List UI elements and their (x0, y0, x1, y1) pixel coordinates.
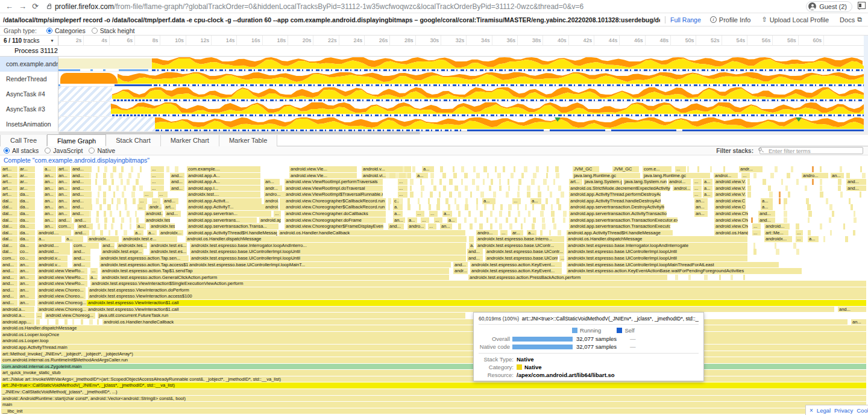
flame-block[interactable]: android.app.ActivityThread$H.handleMessa… (187, 230, 277, 236)
flame-block[interactable] (47, 319, 49, 325)
flame-block[interactable]: android.v... (37, 255, 68, 261)
flame-block[interactable] (403, 166, 404, 172)
flame-block[interactable]: android.view.Choreog... (37, 300, 88, 306)
flame-block[interactable] (107, 204, 111, 210)
flame-block[interactable] (436, 204, 440, 210)
flame-block[interactable] (465, 186, 468, 192)
flame-block[interactable]: android.view.ViewRo... (37, 268, 87, 274)
flame-block[interactable] (89, 192, 92, 198)
flame-block[interactable] (104, 223, 107, 229)
flame-block[interactable]: a... (136, 223, 146, 229)
flame-block[interactable] (175, 166, 178, 172)
flame-block[interactable]: androidx.test.espresso.action.GeneralCli… (101, 275, 449, 281)
flame-block[interactable] (464, 217, 467, 223)
flame-block[interactable]: android.view.Choreographer$CallbackRecor… (285, 198, 386, 204)
flame-block[interactable] (787, 173, 790, 179)
flame-block[interactable] (723, 166, 725, 172)
flame-block[interactable] (89, 186, 91, 192)
flame-block[interactable]: androidx.test.espresso.base.UiContr... (476, 243, 564, 249)
flame-block[interactable] (784, 204, 785, 210)
flame-block[interactable] (508, 211, 511, 217)
flame-block[interactable] (433, 186, 436, 192)
flame-block[interactable] (108, 186, 111, 192)
flame-block[interactable]: android... (764, 223, 790, 229)
flame-block[interactable]: an... (393, 217, 405, 223)
flame-block[interactable]: androidx.test.espresso.action.PressBackA… (468, 275, 667, 281)
flame-block[interactable] (480, 211, 483, 217)
flame-block[interactable]: an... (19, 287, 35, 293)
flame-block[interactable] (518, 211, 520, 217)
flame-block[interactable] (487, 173, 489, 179)
flame-block[interactable]: android.os.Handle... (714, 230, 748, 236)
flame-block[interactable] (546, 198, 548, 204)
flame-block[interactable]: androidx.test.espresso.base.UiController… (190, 249, 466, 255)
flame-block[interactable]: an... (440, 223, 452, 229)
flame-block[interactable] (849, 198, 851, 204)
flame-block[interactable] (100, 230, 103, 236)
flame-block[interactable] (112, 217, 115, 223)
flame-block[interactable]: an... (43, 204, 56, 210)
flame-block[interactable]: android.app.servertrans... (187, 217, 257, 223)
flame-block[interactable]: an... (43, 198, 56, 204)
full-range-button[interactable]: Full Range (670, 16, 701, 23)
flame-block[interactable]: and... (71, 179, 89, 185)
flame-block[interactable] (388, 204, 390, 210)
flame-block[interactable]: andro... (407, 223, 426, 229)
flame-block[interactable] (410, 192, 414, 198)
flame-block[interactable]: java.lang.Runtime.gc (573, 173, 640, 179)
flame-block[interactable]: ... (500, 230, 508, 236)
flame-block[interactable]: an... (43, 217, 56, 223)
flame-block[interactable] (128, 173, 131, 179)
flame-block[interactable] (81, 319, 83, 325)
flame-block[interactable] (731, 275, 733, 281)
flame-block[interactable]: an... (694, 204, 708, 210)
flame-block[interactable]: __libc_init (1, 408, 866, 414)
flame-block[interactable] (508, 186, 510, 192)
flame-block[interactable] (808, 217, 810, 223)
flame-block[interactable]: androidx.test.espresso.base.UiContr... (485, 249, 564, 255)
flame-block[interactable]: android.os.StrictMode.decrementExpectedA… (569, 186, 670, 192)
flame-block[interactable]: androidx.test.... (149, 223, 175, 229)
flame-block[interactable] (98, 192, 99, 198)
graph-type-radio-categories[interactable] (46, 28, 52, 34)
flame-block[interactable] (439, 179, 442, 185)
flame-block[interactable] (476, 173, 480, 179)
flame-block[interactable]: android.os.Handler.dispatchMessage (1, 325, 866, 331)
flame-block[interactable]: androidx.test.espresso.ViewInteraction.a… (88, 293, 866, 299)
flame-block[interactable] (499, 211, 502, 217)
flame-block[interactable] (473, 166, 476, 172)
flame-block[interactable] (851, 204, 853, 210)
flame-block[interactable] (531, 179, 535, 185)
flame-block[interactable] (558, 204, 561, 210)
flame-block[interactable]: com.example.... (187, 166, 260, 172)
flame-block[interactable]: an... (851, 319, 866, 325)
flame-block[interactable] (747, 192, 751, 198)
flame-block[interactable] (820, 179, 822, 185)
flame-block[interactable]: JVM_GC (612, 166, 639, 172)
flame-block[interactable] (110, 211, 112, 217)
flame-block[interactable] (845, 236, 848, 242)
flame-block[interactable]: an... (57, 179, 70, 185)
flame-block[interactable]: JVM_GC (573, 166, 599, 172)
flame-block[interactable] (540, 211, 544, 217)
flame-block[interactable]: ... (137, 204, 146, 210)
flame-block[interactable] (862, 173, 866, 179)
docs-button[interactable]: Docs⧉ (840, 16, 862, 23)
flame-block[interactable]: android.... (37, 249, 70, 255)
flame-block[interactable] (110, 173, 113, 179)
flame-block[interactable]: art::JNI<true>::CallStaticVoidMethodV(_J… (1, 382, 866, 388)
flame-block[interactable] (445, 198, 448, 204)
flame-block[interactable] (551, 211, 555, 217)
flame-block[interactable]: android.app.servertransaction.Transactio… (569, 223, 670, 229)
flame-block[interactable] (753, 243, 755, 249)
flame-block[interactable] (124, 186, 126, 192)
flame-block[interactable] (388, 198, 391, 204)
flame-block[interactable] (130, 217, 131, 223)
flame-block[interactable]: android.view.Vie... (289, 166, 357, 172)
flame-block[interactable]: an... (57, 173, 70, 179)
flame-block[interactable]: art... (57, 166, 70, 172)
flame-block[interactable]: art... (164, 204, 176, 210)
flame-block[interactable] (407, 198, 410, 204)
flame-block[interactable] (112, 179, 114, 185)
flame-block[interactable] (532, 223, 535, 229)
